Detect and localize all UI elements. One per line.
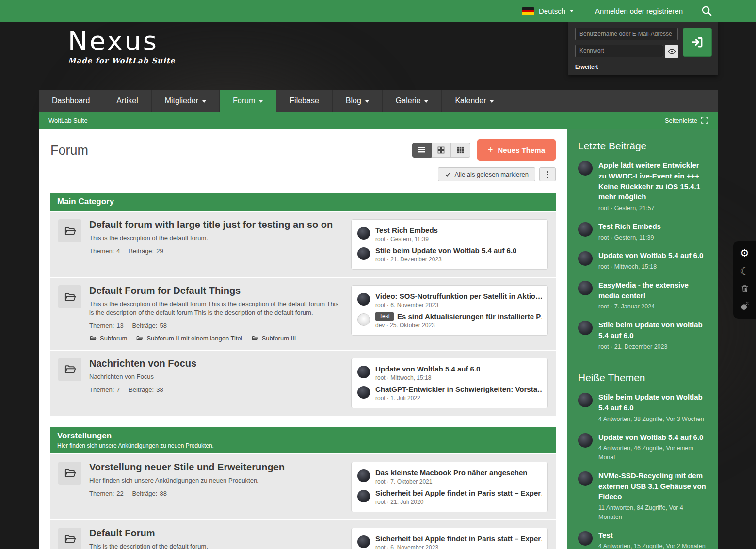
bomb-icon[interactable] [740, 301, 750, 311]
logo[interactable]: Nexus Made for WoltLab Suite [68, 28, 175, 65]
grid-view-button[interactable] [432, 143, 451, 158]
show-password-button[interactable] [665, 45, 678, 58]
new-topic-button[interactable]: + Neues Thema [477, 139, 556, 161]
forum-row[interactable]: Vorstellung neuer Stile und Erweiterunge… [50, 454, 556, 519]
latest-post[interactable]: Sicherheit bei Apple findet in Paris sta… [357, 533, 542, 549]
post-title[interactable]: EasyMedia - the extensive media center! [598, 280, 707, 301]
forum-title[interactable]: Nachrichten von Focus [89, 358, 342, 369]
post-title[interactable]: TestEs sind Aktualisierungen für install… [375, 312, 542, 321]
forum-title[interactable]: Default Forum for Default Things [89, 285, 342, 296]
sidebar-topic[interactable]: Update von Woltlab 5.4 auf 6.0 4 Antwort… [578, 432, 707, 462]
nav-item-mitglieder[interactable]: Mitglieder [152, 90, 220, 112]
username-input[interactable] [575, 28, 678, 40]
latest-post[interactable]: ChatGPT-Entwickler in Schwierigkeiten: V… [357, 383, 542, 404]
password-input[interactable] [575, 45, 663, 57]
list-view-button[interactable] [412, 143, 432, 158]
subforum-link[interactable]: Subforum III [251, 335, 296, 342]
sidebar-toggle[interactable]: Seitenleiste [665, 117, 708, 124]
post-title[interactable]: Sicherheit bei Apple findet in Paris sta… [375, 489, 542, 497]
nav-item-dashboard[interactable]: Dashboard [39, 90, 103, 112]
language-selector[interactable]: Deutsch [522, 7, 574, 15]
compact-grid-view-button[interactable] [451, 143, 470, 158]
post-title[interactable]: ChatGPT-Entwickler in Schwierigkeiten: V… [375, 385, 542, 393]
sidebar-topic[interactable]: Stile beim Update von Woltlab 5.4 auf 6.… [578, 392, 707, 423]
nav-item-galerie[interactable]: Galerie [383, 90, 442, 112]
nav-item-artikel[interactable]: Artikel [103, 90, 151, 112]
forum-row[interactable]: Default Forum This is the description of… [50, 520, 556, 549]
topic-title[interactable]: NVMe-SSD-Recycling mit dem externen USB … [598, 470, 707, 502]
post-title[interactable]: Apple lädt weitere Entwickler zu WWDC-Li… [598, 160, 707, 202]
sidebar-post[interactable]: Stile beim Update von Woltlab 5.4 auf 6.… [578, 320, 707, 351]
breadcrumb[interactable]: WoltLab Suite [48, 117, 88, 124]
folder-icon [136, 335, 144, 342]
logo-subtitle: Made for WoltLab Suite [68, 56, 175, 65]
login-submit-button[interactable] [683, 28, 712, 57]
posts-count: 38 [156, 386, 163, 393]
post-title[interactable]: Test Rich Embeds [375, 226, 438, 234]
sidebar-post[interactable]: Test Rich Embeds root · Gestern, 11:39 [578, 221, 707, 242]
latest-post[interactable]: Das kleinste Macbook Pro näher angesehen… [357, 467, 542, 487]
topic-title[interactable]: Test [598, 530, 706, 541]
folder-icon [89, 335, 97, 342]
post-title[interactable]: Update von Woltlab 5.4 auf 6.0 [598, 250, 703, 261]
latest-posts-title: Letzte Beiträge [578, 140, 707, 152]
nav-item-blog[interactable]: Blog [333, 90, 383, 112]
latest-post[interactable]: Sicherheit bei Apple findet in Paris sta… [357, 487, 542, 507]
sidebar-topic[interactable]: NVMe-SSD-Recycling mit dem externen USB … [578, 470, 707, 522]
latest-posts-box: Sicherheit bei Apple findet in Paris sta… [351, 528, 548, 549]
avatar [357, 469, 370, 482]
page: Deutsch Anmelden oder registrieren Nexus… [0, 0, 756, 549]
avatar [357, 313, 370, 326]
settings-gear-icon[interactable]: ⚙ [740, 248, 749, 258]
forum-row[interactable]: Nachrichten von Focus Nachrichten von Fo… [50, 351, 556, 416]
post-title[interactable]: Test Rich Embeds [598, 221, 661, 232]
sidebar-post[interactable]: EasyMedia - the extensive media center! … [578, 280, 707, 311]
latest-post[interactable]: Update von Woltlab 5.4 auf 6.0 root · Mi… [357, 363, 542, 383]
nav-item-forum[interactable]: Forum [220, 90, 276, 112]
subforum-list: Subforum Subforum II mit einem langen Ti… [89, 335, 342, 342]
post-title[interactable]: Sicherheit bei Apple findet in Paris sta… [375, 534, 542, 543]
topic-meta: 4 Antworten, 46 Zugriffe, Vor einem Mona… [598, 444, 707, 462]
sidebar-post[interactable]: Update von Woltlab 5.4 auf 6.0 root · Mi… [578, 250, 707, 272]
avatar [357, 293, 370, 306]
advanced-link[interactable]: Erweitert [575, 64, 712, 70]
prefix-badge: Test [375, 312, 394, 321]
forum-title[interactable]: Vorstellung neuer Stile und Erweiterunge… [89, 462, 342, 473]
nav-label: Blog [346, 97, 361, 105]
dark-mode-moon-icon[interactable]: ☾ [740, 266, 749, 276]
trash-icon[interactable] [740, 284, 750, 293]
more-options-button[interactable] [539, 167, 556, 181]
forum-title[interactable]: Default Forum [89, 528, 342, 539]
post-title[interactable]: Update von Woltlab 5.4 auf 6.0 [375, 365, 480, 373]
nav-item-kalender[interactable]: Kalender [442, 90, 507, 112]
sidebar-post[interactable]: Apple lädt weitere Entwickler zu WWDC-Li… [578, 160, 707, 213]
main-content: Forum [39, 129, 567, 549]
posts-label: Beiträge: [132, 490, 157, 497]
nav-label: Mitglieder [165, 97, 198, 105]
mark-all-read-button[interactable]: Alle als gelesen markieren [438, 167, 535, 181]
subforum-link[interactable]: Subforum II mit einem langen Titel [136, 335, 242, 342]
post-meta: root · 7. Oktober 2021 [375, 478, 527, 485]
search-icon[interactable] [701, 5, 712, 16]
post-title[interactable]: Stile beim Update von Woltlab 5.4 auf 6.… [598, 320, 707, 341]
login-register-link[interactable]: Anmelden oder registrieren [595, 7, 683, 15]
nav-item-filebase[interactable]: Filebase [276, 90, 332, 112]
latest-post[interactable]: TestEs sind Aktualisierungen für install… [357, 310, 542, 331]
latest-post[interactable]: Video: SOS-Notruffunktion per Satellit i… [357, 290, 542, 310]
post-meta: root · 1. Juli 2022 [375, 395, 542, 402]
post-title[interactable]: Stile beim Update von Woltlab 5.4 auf 6.… [375, 246, 516, 255]
sidebar-topic[interactable]: Test 4 Antworten, 15 Zugriffe, Vor 2 Mon… [578, 530, 707, 549]
topic-title[interactable]: Update von Woltlab 5.4 auf 6.0 [598, 432, 707, 443]
forum-row[interactable]: Default forum with large title just for … [50, 212, 556, 277]
forum-title[interactable]: Default forum with large title just for … [89, 219, 342, 230]
section-title: Vorstellungen [57, 431, 549, 441]
forum-row[interactable]: Default Forum for Default Things This is… [50, 278, 556, 350]
latest-post[interactable]: Stile beim Update von Woltlab 5.4 auf 6.… [357, 244, 542, 265]
subforum-link[interactable]: Subforum [89, 335, 127, 342]
forum-stats: Themen:7 Beiträge:38 [89, 386, 342, 393]
nav-label: Filebase [290, 97, 319, 105]
post-title[interactable]: Video: SOS-Notruffunktion per Satellit i… [375, 292, 542, 300]
latest-post[interactable]: Test Rich Embeds root · Gestern, 11:39 [357, 224, 542, 244]
post-title[interactable]: Das kleinste Macbook Pro näher angesehen [375, 468, 527, 477]
topic-title[interactable]: Stile beim Update von Woltlab 5.4 auf 6.… [598, 392, 707, 413]
